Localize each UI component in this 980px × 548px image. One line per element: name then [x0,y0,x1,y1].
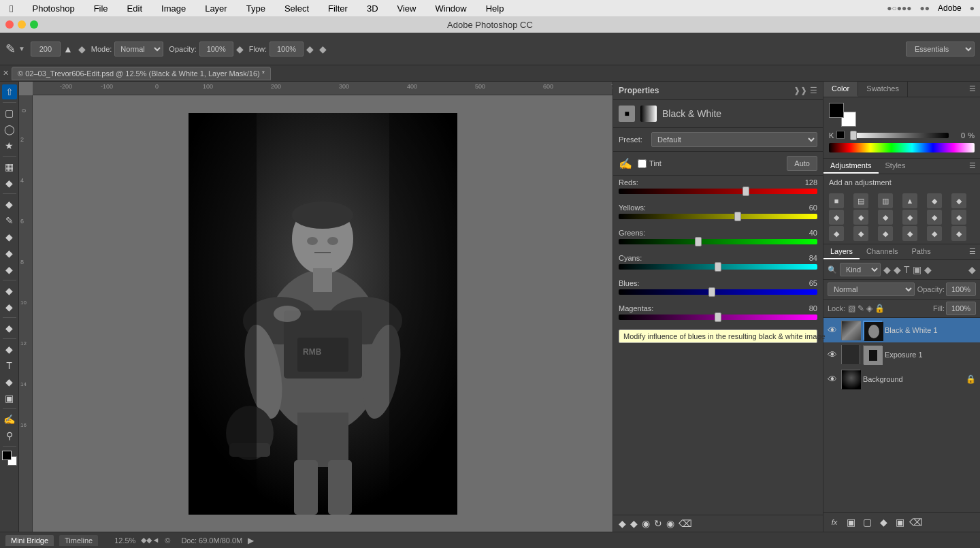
properties-menu-icon[interactable]: ☰ [810,86,817,95]
hand-tool-icon[interactable]: ✍ [619,157,632,170]
new-group-icon[interactable]: ▢ [860,515,874,529]
lock-image-icon[interactable]: ✎ [858,304,864,313]
lock-transparent-icon[interactable]: ▧ [848,304,855,313]
flow-icon[interactable]: ◆ [306,44,314,54]
curves-icon[interactable]: ▥ [878,193,893,208]
marquee-tool[interactable]: ▢ [2,106,17,120]
blues-thumb[interactable] [708,287,715,297]
path-select-tool[interactable]: ◆ [2,374,17,389]
color-panel-menu[interactable]: ☰ [965,82,980,97]
tint-checkbox[interactable] [638,159,647,168]
auto-button[interactable]: Auto [787,156,817,171]
history-tool[interactable]: ◆ [2,246,17,261]
expand-arrows-icon[interactable]: ❱❱ [794,86,807,95]
solid-color-icon[interactable]: ◆ [927,226,942,241]
menu-select[interactable]: Select [280,2,313,15]
menu-image[interactable]: Image [157,2,190,15]
color-boxes[interactable] [2,451,17,466]
maximize-button[interactable] [30,20,38,29]
gradient-tool[interactable]: ◆ [2,283,17,298]
tablet-pressure-icon[interactable]: ◆ [319,44,327,54]
status-arrow-icon[interactable]: ▶ [248,536,254,545]
black-white-icon[interactable]: ◆ [853,210,868,225]
flow-input[interactable] [270,42,304,57]
color-lookup-icon[interactable]: ◆ [927,210,942,225]
layer-visibility-bw[interactable]: 👁 [828,325,838,336]
hand-tool[interactable]: ✍ [2,412,17,427]
exposure-icon[interactable]: ▲ [902,193,917,208]
menu-help[interactable]: Help [482,2,508,15]
selective-color-icon[interactable]: ◆ [902,226,917,241]
airbrush-icon[interactable]: ◆ [236,44,244,54]
yellows-thumb[interactable] [734,212,741,221]
reds-thumb[interactable] [742,187,749,196]
zoom-options-icon[interactable]: ◆◆◄ [141,536,159,545]
move-tool[interactable]: ⇧ [2,84,17,99]
yellows-track[interactable] [619,214,817,219]
eyedropper-tool[interactable]: ◆ [2,176,17,191]
channel-mixer-icon[interactable]: ◆ [902,210,917,225]
tab-swatches[interactable]: Swatches [858,82,908,97]
workspace-select[interactable]: Essentials Photography Painting [906,42,975,57]
tab-adjustments[interactable]: Adjustments [823,159,879,174]
filter-toggle-icon[interactable]: ◆ [968,264,976,275]
menu-3d[interactable]: 3D [363,2,382,15]
filter-shape-icon[interactable]: ▣ [913,264,921,275]
layer-item-bw[interactable]: 👁 Black & White 1 [823,318,980,342]
delete-layer-icon[interactable]: ⌫ [909,515,923,529]
visibility-icon[interactable]: ◉ [642,518,650,529]
layer-visibility-background[interactable]: 👁 [828,374,838,385]
k-track[interactable] [850,133,949,138]
opacity-value[interactable] [946,283,976,296]
levels-icon[interactable]: ▤ [853,193,868,208]
brush-tool-left[interactable]: ✎ [2,213,17,228]
filter-pixel-icon[interactable]: ◆ [883,264,891,275]
tab-color[interactable]: Color [823,82,858,97]
tab-layers[interactable]: Layers [823,244,860,259]
invert-icon[interactable]: ◆ [951,210,966,225]
add-mask-icon[interactable]: ▣ [844,515,858,529]
clip-to-layer-icon[interactable]: ◆ [619,518,626,529]
greens-track[interactable] [619,239,817,244]
lasso-tool[interactable]: ◯ [2,122,17,137]
reds-track[interactable] [619,189,817,194]
menu-layer[interactable]: Layer [201,2,231,15]
foreground-color-swatch[interactable] [829,103,844,118]
hue-saturation-icon[interactable]: ◆ [951,193,966,208]
fill-value[interactable] [946,302,976,315]
apple-menu[interactable]:  [5,1,17,16]
vibrance-icon[interactable]: ◆ [927,193,942,208]
posterize-icon[interactable]: ◆ [829,226,844,241]
cyans-thumb[interactable] [715,262,721,272]
view-icon[interactable]: ◉ [666,518,674,529]
layer-item-background[interactable]: 👁 Background 🔒 [823,367,980,391]
healing-tool[interactable]: ◆ [2,197,17,212]
tab-channels[interactable]: Channels [860,244,904,259]
mini-bridge-tab[interactable]: Mini Bridge [5,535,54,546]
tint-checkbox-label[interactable]: Tint [638,159,662,168]
pen-tool[interactable]: ◆ [2,342,17,357]
photo-filter-icon[interactable]: ◆ [878,210,893,225]
color-spectrum-bar[interactable] [829,143,975,152]
document-tab[interactable]: © 02–03_Trevor606-Edit.psd @ 12.5% (Blac… [12,67,271,80]
tablet-icon[interactable]: ◆ [78,44,86,54]
new-adjustment-icon[interactable]: ◆ [877,515,890,529]
lock-all-icon[interactable]: 🔒 [875,304,885,313]
close-button[interactable] [5,20,14,29]
layer-blend-mode[interactable]: Normal Dissolve Multiply [828,283,915,296]
filter-smart-icon[interactable]: ◆ [924,264,932,275]
threshold-icon[interactable]: ◆ [853,226,868,241]
greens-thumb[interactable] [695,237,702,246]
tab-close-icon[interactable]: ✕ [3,69,9,78]
shape-tool[interactable]: ▣ [2,391,17,406]
fx-icon[interactable]: fx [828,515,841,529]
quick-select-tool[interactable]: ★ [2,138,17,153]
adjustments-panel-menu[interactable]: ☰ [965,159,980,174]
timeline-tab[interactable]: Timeline [59,535,98,546]
layer-item-exposure[interactable]: 👁 Exposure 1 [823,342,980,367]
menu-filter[interactable]: Filter [324,2,352,15]
layers-kind-select[interactable]: Kind Name Effect [840,263,881,276]
minimize-button[interactable] [18,20,26,29]
reset-icon[interactable]: ↻ [654,518,662,529]
mode-select[interactable]: Normal Dissolve Multiply Screen [114,42,163,57]
